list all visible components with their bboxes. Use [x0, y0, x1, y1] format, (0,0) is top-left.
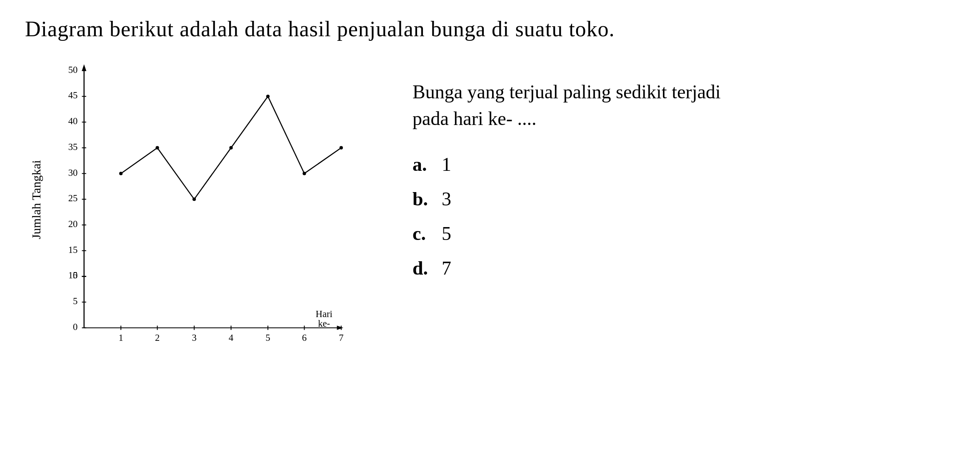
option-c-letter: c.: [412, 222, 433, 245]
option-d: d. 7: [412, 257, 955, 279]
svg-point-49: [266, 95, 270, 98]
page-title: Diagram berikut adalah data hasil penjua…: [25, 17, 955, 41]
option-b-value: 3: [442, 188, 451, 210]
option-a-value: 1: [442, 153, 451, 175]
svg-text:6: 6: [302, 332, 307, 343]
svg-text:0: 0: [73, 322, 78, 332]
svg-text:25: 25: [68, 193, 78, 203]
chart-container: 0 5 5 10 15 20: [58, 58, 358, 366]
svg-text:35: 35: [68, 142, 78, 152]
svg-text:1: 1: [119, 332, 123, 343]
svg-point-50: [302, 172, 306, 175]
svg-text:Hari: Hari: [316, 309, 332, 319]
svg-text:30: 30: [68, 168, 78, 178]
svg-text:5: 5: [265, 332, 270, 343]
svg-text:20: 20: [68, 219, 78, 229]
svg-point-51: [340, 146, 343, 150]
line-chart: 0 5 5 10 15 20: [58, 58, 358, 366]
question-area: Bunga yang terjual paling sedikit terjad…: [412, 54, 955, 279]
options-list: a. 1 b. 3 c. 5 d. 7: [412, 153, 955, 279]
chart-area: Jumlah Tangkai 0 5: [25, 54, 379, 395]
option-b: b. 3: [412, 188, 955, 210]
svg-text:10: 10: [68, 270, 78, 280]
option-d-letter: d.: [412, 257, 433, 279]
y-axis-label: Jumlah Tangkai: [29, 79, 43, 320]
svg-text:45: 45: [68, 90, 78, 100]
svg-text:40: 40: [68, 116, 78, 126]
svg-text:15: 15: [68, 245, 78, 255]
option-b-letter: b.: [412, 188, 433, 210]
svg-marker-1: [82, 64, 86, 70]
svg-point-45: [119, 172, 122, 175]
svg-marker-3: [337, 326, 343, 330]
svg-point-48: [229, 146, 232, 150]
svg-text:2: 2: [155, 332, 160, 343]
question-text: Bunga yang terjual paling sedikit terjad…: [412, 79, 746, 132]
option-d-value: 7: [442, 257, 451, 279]
svg-text:50: 50: [68, 65, 78, 75]
svg-point-47: [192, 198, 196, 201]
option-a-letter: a.: [412, 153, 433, 175]
option-c-value: 5: [442, 222, 451, 245]
svg-text:3: 3: [192, 332, 196, 343]
option-c: c. 5: [412, 222, 955, 245]
svg-text:5: 5: [73, 296, 78, 306]
svg-text:7: 7: [339, 332, 343, 343]
svg-point-46: [155, 146, 159, 150]
svg-text:ke-: ke-: [318, 318, 330, 329]
svg-text:4: 4: [229, 332, 233, 343]
option-a: a. 1: [412, 153, 955, 175]
